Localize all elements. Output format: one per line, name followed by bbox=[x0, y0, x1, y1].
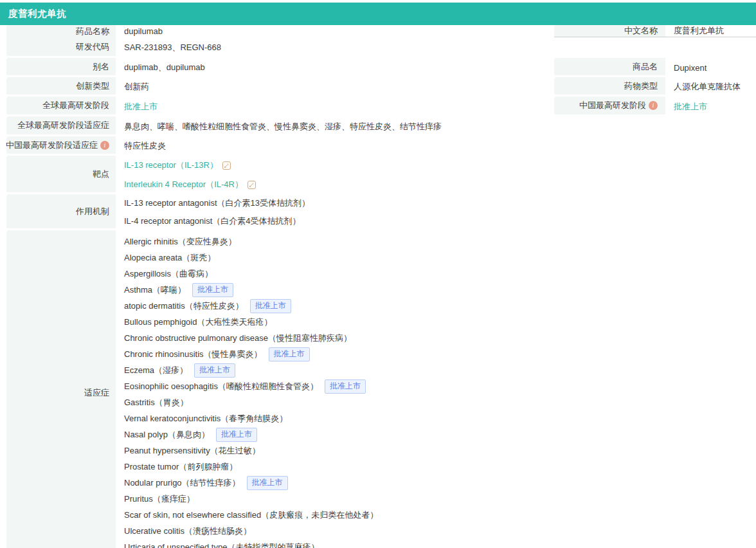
external-link-icon[interactable] bbox=[248, 181, 256, 189]
value-alias: duplimab、dupilumab bbox=[116, 58, 554, 77]
indication-item: Asthma（哮喘） 批准上市 bbox=[124, 282, 756, 298]
drug-info-table: 药品名称 dupilumab 中文名称 度普利尤单抗 研发代码 SAR-2318… bbox=[6, 25, 756, 548]
indication-text: Allergic rhinitis（变应性鼻炎） bbox=[124, 236, 237, 248]
label-global-stage-indications: 全球最高研发阶段适应症 bbox=[6, 116, 116, 136]
row-drug-name: 药品名称 dupilumab 中文名称 度普利尤单抗 bbox=[6, 25, 756, 37]
row-targets: 靶点 IL-13 receptor（IL-13R） Interleukin 4 … bbox=[6, 156, 756, 194]
row-mechanism: 作用机制 IL-13 receptor antagonist（白介素13受体拮抗… bbox=[6, 194, 756, 230]
indication-text: Nasal polyp（鼻息肉） bbox=[124, 429, 210, 441]
label-cn-stage-indications: 中国最高研发阶段适应症 bbox=[6, 136, 116, 156]
value-cn-stage-indications: 特应性皮炎 bbox=[116, 136, 756, 156]
indication-text: Gastritis（胃炎） bbox=[124, 397, 188, 408]
target-link[interactable]: Interleukin 4 Receptor（IL-4R） bbox=[124, 179, 243, 190]
indication-text: Peanut hypersensitivity（花生过敏） bbox=[124, 445, 260, 457]
target-row: IL-13 receptor（IL-13R） bbox=[124, 156, 756, 175]
value-drug-name: dupilumab bbox=[116, 25, 554, 37]
indication-item: Pruritus（瘙痒症） bbox=[124, 491, 756, 507]
indication-item: Urticaria of unspecified type（未特指类型的荨麻疹） bbox=[124, 539, 756, 548]
indication-text: Eczema（湿疹） bbox=[124, 365, 188, 376]
indication-item: Nasal polyp（鼻息肉） 批准上市 bbox=[124, 426, 756, 443]
value-drug-type: 人源化单克隆抗体 bbox=[665, 77, 756, 96]
row-indications: 适应症 Allergic rhinitis（变应性鼻炎） Alopecia ar… bbox=[6, 230, 756, 548]
indication-item: Allergic rhinitis（变应性鼻炎） bbox=[124, 233, 756, 250]
indication-item: Peanut hypersensitivity（花生过敏） bbox=[124, 443, 756, 459]
indication-item: atopic dermatitis（特应性皮炎） 批准上市 bbox=[124, 298, 756, 314]
approval-badge: 批准上市 bbox=[247, 476, 288, 490]
label-indications: 适应症 bbox=[6, 230, 116, 548]
global-stage-link[interactable]: 批准上市 bbox=[124, 101, 158, 113]
indication-text: Ulcerative colitis（溃疡性结肠炎） bbox=[124, 525, 251, 537]
row-alias: 别名 duplimab、dupilumab 商品名 Dupixent bbox=[6, 58, 756, 77]
indication-text: Chronic rhinosinusitis（慢性鼻窦炎） bbox=[124, 349, 262, 360]
indication-text: Asthma（哮喘） bbox=[124, 284, 186, 296]
label-cn-stage: 中国最高研发阶段 bbox=[554, 96, 665, 116]
mechanism-row: IL-4 receptor antagonist（白介素4受体拮抗剂） bbox=[124, 212, 756, 230]
value-cn-stage: 批准上市 bbox=[665, 96, 756, 116]
target-link[interactable]: IL-13 receptor（IL-13R） bbox=[124, 160, 218, 171]
label-drug-name: 药品名称 bbox=[6, 25, 116, 37]
indication-item: Ulcerative colitis（溃疡性结肠炎） bbox=[124, 523, 756, 539]
indication-text: Nodular prurigo（结节性痒疹） bbox=[124, 477, 240, 489]
indication-list: Allergic rhinitis（变应性鼻炎） Alopecia areata… bbox=[116, 230, 756, 548]
label-mechanism: 作用机制 bbox=[6, 194, 116, 230]
approval-badge: 批准上市 bbox=[250, 299, 291, 313]
indication-item: Prostate tumor（前列腺肿瘤） bbox=[124, 459, 756, 475]
indication-text: Pruritus（瘙痒症） bbox=[124, 493, 195, 505]
value-rd-code: SAR-231893、REGN-668 bbox=[116, 37, 756, 58]
label-alias: 别名 bbox=[6, 58, 116, 77]
cn-stage-link[interactable]: 批准上市 bbox=[674, 101, 707, 113]
target-row: Interleukin 4 Receptor（IL-4R） bbox=[124, 175, 756, 194]
label-global-stage: 全球最高研发阶段 bbox=[6, 96, 116, 116]
indication-text: Alopecia areata（斑秃） bbox=[124, 252, 215, 264]
approval-badge: 批准上市 bbox=[194, 363, 235, 378]
mechanism-text: IL-4 receptor antagonist（白介素4受体拮抗剂） bbox=[124, 215, 301, 227]
row-cn-stage-indications: 中国最高研发阶段适应症 特应性皮炎 bbox=[6, 136, 756, 156]
indication-item: Gastritis（胃炎） bbox=[124, 394, 756, 410]
indication-text: Prostate tumor（前列腺肿瘤） bbox=[124, 461, 237, 473]
value-cn-name: 度普利尤单抗 bbox=[665, 25, 756, 37]
label-trade-name: 商品名 bbox=[554, 58, 665, 77]
indication-item: Eosinophilic oesophagitis（嗜酸性粒细胞性食管炎） 批准… bbox=[124, 378, 756, 394]
indication-item: Vernal keratoconjunctivitis（春季角结膜炎） bbox=[124, 410, 756, 426]
value-global-stage: 批准上市 bbox=[116, 96, 554, 116]
info-icon[interactable] bbox=[649, 101, 658, 110]
indication-item: Aspergillosis（曲霉病） bbox=[124, 266, 756, 282]
row-rd-code: 研发代码 SAR-231893、REGN-668 bbox=[6, 37, 756, 58]
indication-text: atopic dermatitis（特应性皮炎） bbox=[124, 300, 244, 312]
approval-badge: 批准上市 bbox=[216, 428, 257, 442]
indication-text: Chronic obstructive pulmonary disease（慢性… bbox=[124, 333, 352, 344]
indication-item: Nodular prurigo（结节性痒疹） 批准上市 bbox=[124, 475, 756, 491]
external-link-icon[interactable] bbox=[222, 161, 231, 170]
mechanism-text: IL-13 receptor antagonist（白介素13受体拮抗剂） bbox=[124, 197, 310, 209]
indication-item: Alopecia areata（斑秃） bbox=[124, 250, 756, 266]
label-innovation-type: 创新类型 bbox=[6, 77, 116, 96]
page-title-bar: 度普利尤单抗 bbox=[0, 3, 756, 25]
indication-text: Vernal keratoconjunctivitis（春季角结膜炎） bbox=[124, 413, 287, 425]
target-list: IL-13 receptor（IL-13R） Interleukin 4 Rec… bbox=[116, 156, 756, 194]
value-innovation-type: 创新药 bbox=[116, 77, 554, 96]
label-cn-name: 中文名称 bbox=[554, 25, 665, 37]
mechanism-row: IL-13 receptor antagonist（白介素13受体拮抗剂） bbox=[124, 194, 756, 212]
indication-text: Eosinophilic oesophagitis（嗜酸性粒细胞性食管炎） bbox=[124, 381, 318, 392]
mechanism-list: IL-13 receptor antagonist（白介素13受体拮抗剂） IL… bbox=[116, 194, 756, 230]
drug-detail-page: 度普利尤单抗 药品名称 dupilumab 中文名称 度普利尤单抗 研发代码 S… bbox=[0, 0, 756, 548]
approval-badge: 批准上市 bbox=[269, 347, 310, 361]
indication-item: Chronic rhinosinusitis（慢性鼻窦炎） 批准上市 bbox=[124, 346, 756, 362]
value-global-stage-indications: 鼻息肉、哮喘、嗜酸性粒细胞性食管炎、慢性鼻窦炎、湿疹、特应性皮炎、结节性痒疹 bbox=[116, 116, 756, 136]
indication-item: Eczema（湿疹） 批准上市 bbox=[124, 362, 756, 378]
approval-badge: 批准上市 bbox=[325, 379, 366, 394]
indication-item: Bullous pemphigoid（大疱性类天疱疮） bbox=[124, 314, 756, 330]
value-trade-name: Dupixent bbox=[665, 58, 756, 77]
page-title: 度普利尤单抗 bbox=[8, 8, 66, 20]
label-targets: 靶点 bbox=[6, 156, 116, 194]
label-drug-type: 药物类型 bbox=[554, 77, 665, 96]
approval-badge: 批准上市 bbox=[192, 283, 233, 297]
indication-text: Bullous pemphigoid（大疱性类天疱疮） bbox=[124, 316, 272, 328]
indication-item: Chronic obstructive pulmonary disease（慢性… bbox=[124, 330, 756, 346]
indication-text: Urticaria of unspecified type（未特指类型的荨麻疹） bbox=[124, 542, 319, 548]
indication-item: Scar of skin, not elsewhere classified（皮… bbox=[124, 507, 756, 523]
info-icon[interactable] bbox=[100, 141, 109, 150]
indication-text: Aspergillosis（曲霉病） bbox=[124, 268, 213, 280]
row-innovation-type: 创新类型 创新药 药物类型 人源化单克隆抗体 bbox=[6, 77, 756, 96]
row-global-stage-indications: 全球最高研发阶段适应症 鼻息肉、哮喘、嗜酸性粒细胞性食管炎、慢性鼻窦炎、湿疹、特… bbox=[6, 116, 756, 136]
